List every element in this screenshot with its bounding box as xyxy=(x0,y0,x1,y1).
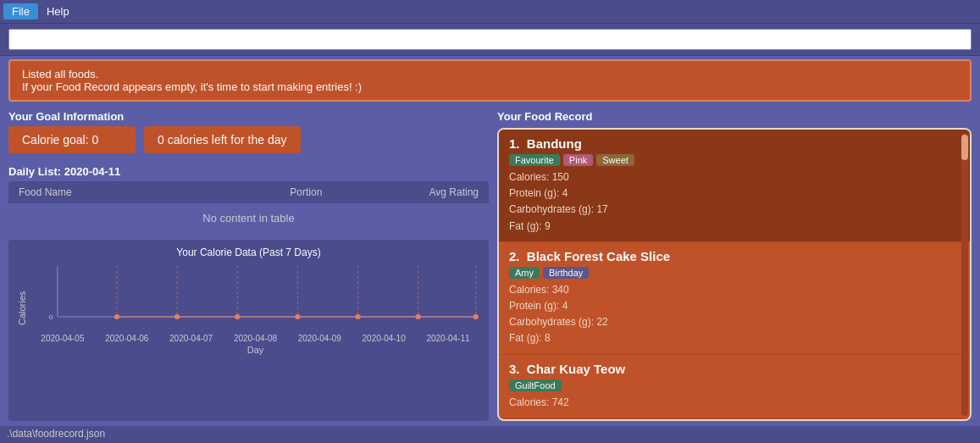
food-tags-char-kuay-teow: GuiltFood xyxy=(509,379,960,391)
food-protein-bandung: Protein (g): 4 xyxy=(509,186,960,202)
food-carbs-bandung: Carbohydrates (g): 17 xyxy=(509,202,960,218)
scrollbar[interactable] xyxy=(961,133,968,416)
x-label-2: 2020-04-07 xyxy=(169,334,213,343)
chart-area: Calories 0 xyxy=(17,262,480,355)
food-record-title: Your Food Record xyxy=(497,110,972,123)
food-item-name-bandung: 1. Bandung xyxy=(509,136,960,151)
daily-table-header: Food Name Portion Avg Rating xyxy=(8,181,489,203)
x-label-5: 2020-04-10 xyxy=(363,334,406,343)
food-item-black-forest[interactable]: 2. Black Forest Cake Slice Amy Birthday … xyxy=(499,242,970,355)
goal-section-title: Your Goal Information xyxy=(8,110,489,123)
x-label-4: 2020-04-09 xyxy=(298,334,341,343)
food-item-name-black-forest: 2. Black Forest Cake Slice xyxy=(509,249,960,263)
menu-file[interactable]: File xyxy=(3,3,38,19)
food-calories-bandung: Calories: 150 xyxy=(509,169,960,186)
food-details-black-forest: Calories: 340 Protein (g): 4 Carbohydrat… xyxy=(509,282,960,347)
x-label-1: 2020-04-06 xyxy=(105,334,148,343)
daily-list-section: Daily List: 2020-04-11 Food Name Portion… xyxy=(8,165,489,233)
food-details-bandung: Calories: 150 Protein (g): 4 Carbohydrat… xyxy=(509,169,960,235)
food-item-char-kuay-teow[interactable]: 3. Char Kuay Teow GuiltFood Calories: 74… xyxy=(499,355,970,418)
chart-svg: 0 xyxy=(30,262,480,329)
left-panel: Your Goal Information Calorie goal: 0 0 … xyxy=(8,110,489,421)
right-panel: Your Food Record 1. Bandung Favourite Pi… xyxy=(497,110,972,421)
chart-y-label: Calories xyxy=(17,262,27,355)
x-label-0: 2020-04-05 xyxy=(41,334,84,343)
chart-x-labels: 2020-04-05 2020-04-06 2020-04-07 2020-04… xyxy=(30,332,480,343)
statusbar: .\data\foodrecord.json xyxy=(0,426,980,443)
food-fat-bandung: Fat (g): 9 xyxy=(509,219,960,235)
statusbar-text: .\data\foodrecord.json xyxy=(7,428,105,440)
x-label-3: 2020-04-08 xyxy=(234,334,277,343)
notification-line2: If your Food Record appears empty, it's … xyxy=(22,80,958,93)
goal-boxes: Calorie goal: 0 0 calories left for the … xyxy=(8,126,489,153)
calories-left-box: 0 calories left for the day xyxy=(144,126,301,153)
search-bar xyxy=(0,24,980,56)
x-label-6: 2020-04-11 xyxy=(426,334,469,343)
chart-container: Your Calorie Data (Past 7 Days) Calories… xyxy=(8,240,489,421)
food-details-char-kuay-teow: Calories: 742 xyxy=(509,395,960,411)
scrollbar-thumb[interactable] xyxy=(961,135,968,160)
search-input[interactable] xyxy=(8,29,972,50)
food-tags-black-forest: Amy Birthday xyxy=(509,267,960,279)
tag-favourite: Favourite xyxy=(509,154,560,166)
col-header-avg-rating: Avg Rating xyxy=(363,186,479,198)
food-carbs-black-forest: Carbohydrates (g): 22 xyxy=(509,314,960,330)
food-fat-black-forest: Fat (g): 8 xyxy=(509,330,960,346)
daily-table: Food Name Portion Avg Rating No content … xyxy=(8,181,489,233)
food-calories-char-kuay-teow: Calories: 742 xyxy=(509,395,960,411)
food-calories-black-forest: Calories: 340 xyxy=(509,282,960,298)
chart-x-axis-label: Day xyxy=(30,345,480,355)
food-item-bandung[interactable]: 1. Bandung Favourite Pink Sweet Calories… xyxy=(499,130,970,242)
goal-section: Your Goal Information Calorie goal: 0 0 … xyxy=(8,110,489,158)
daily-list-title: Daily List: 2020-04-11 xyxy=(8,165,489,178)
food-item-name-char-kuay-teow: 3. Char Kuay Teow xyxy=(509,362,960,376)
chart-inner: 0 xyxy=(30,262,480,355)
food-protein-black-forest: Protein (g): 4 xyxy=(509,298,960,314)
tag-birthday: Birthday xyxy=(543,267,589,279)
tag-pink: Pink xyxy=(563,154,593,166)
notification-line1: Listed all foods. xyxy=(22,68,958,80)
food-tags-bandung: Favourite Pink Sweet xyxy=(509,154,960,166)
svg-text:0: 0 xyxy=(49,313,53,321)
notification-bar: Listed all foods. If your Food Record ap… xyxy=(8,59,972,102)
tag-sweet: Sweet xyxy=(596,154,634,166)
tag-guiltfood: GuiltFood xyxy=(509,379,562,391)
col-header-food-name: Food Name xyxy=(19,186,249,198)
daily-table-empty: No content in table xyxy=(8,203,489,233)
tag-amy: Amy xyxy=(509,267,540,279)
chart-title: Your Calorie Data (Past 7 Days) xyxy=(17,246,480,258)
menu-help[interactable]: Help xyxy=(38,3,78,19)
main-content: Your Goal Information Calorie goal: 0 0 … xyxy=(0,105,980,426)
calorie-goal-box: Calorie goal: 0 xyxy=(8,126,136,153)
menubar: File Help xyxy=(0,0,980,24)
food-record-list: 1. Bandung Favourite Pink Sweet Calories… xyxy=(497,128,972,421)
col-header-portion: Portion xyxy=(249,186,364,198)
